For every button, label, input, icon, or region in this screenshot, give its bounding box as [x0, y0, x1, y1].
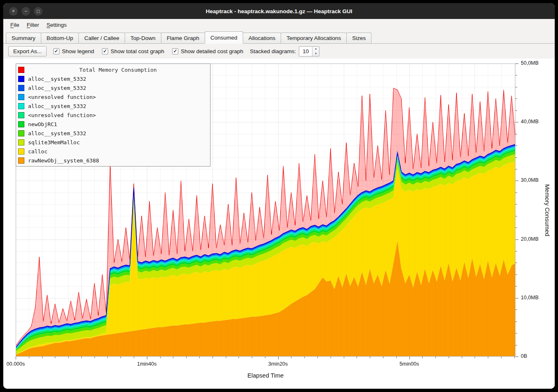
legend-swatch: [18, 112, 24, 118]
tabbar: SummaryBottom-UpCaller / CalleeTop-DownF…: [3, 31, 555, 44]
legend-swatch: [18, 94, 24, 100]
app-window: × − □ Heaptrack - heaptrack.wakunode.1.g…: [3, 3, 555, 389]
tab-bottom-up[interactable]: Bottom-Up: [41, 33, 79, 43]
legend-swatch: [18, 85, 24, 91]
tab-flame-graph[interactable]: Flame Graph: [161, 33, 205, 43]
legend-swatch: [18, 130, 24, 136]
legend-total-swatch: [18, 67, 24, 73]
tab-top-down[interactable]: Top-Down: [125, 33, 161, 43]
checkbox-show-detailed-cost-graph[interactable]: ✓Show detailed cost graph: [172, 48, 244, 54]
window-title: Heaptrack - heaptrack.wakunode.1.gz — He…: [3, 8, 555, 14]
legend-item: <unresolved function>: [18, 110, 208, 120]
legend-label: rawNewObj__system_6388: [28, 157, 99, 164]
legend-item: alloc__system_5332: [18, 129, 208, 138]
legend-title-row: Total Memory Consumption: [18, 65, 208, 74]
legend-item: <unresolved function>: [18, 92, 208, 101]
window-controls: × − □: [9, 7, 43, 16]
legend-swatch: [18, 103, 24, 109]
legend-label: newObjRC1: [28, 121, 57, 127]
legend-item: newObjRC1: [18, 120, 208, 129]
stacked-diagrams-label: Stacked diagrams:: [250, 48, 296, 54]
legend-label: <unresolved function>: [28, 94, 96, 100]
chart-legend: Total Memory Consumption alloc__system_5…: [16, 63, 210, 167]
close-icon[interactable]: ×: [9, 7, 18, 16]
checkbox-group: ✓Show legend✓Show total cost graph✓Show …: [53, 48, 244, 54]
legend-swatch: [18, 76, 24, 82]
x-axis-title: Elapsed Time: [248, 372, 284, 379]
checkbox-label: Show total cost graph: [111, 48, 164, 54]
menu-settings[interactable]: Settings: [43, 20, 71, 30]
titlebar: × − □ Heaptrack - heaptrack.wakunode.1.g…: [3, 3, 555, 19]
legend-swatch: [18, 157, 24, 164]
checkmark-icon[interactable]: ✓: [53, 48, 59, 54]
stacked-diagrams-spinbox[interactable]: 10 ▴ ▾: [299, 46, 319, 56]
legend-label: calloc: [28, 148, 47, 155]
checkbox-label: Show legend: [62, 48, 94, 54]
legend-label: alloc__system_5332: [28, 130, 86, 136]
toolbar: Export As... ✓Show legend✓Show total cos…: [3, 44, 555, 59]
maximize-icon[interactable]: □: [34, 7, 43, 16]
chart-area: 00.000s1min40s3min20s5min00s50,0MB40,0MB…: [3, 59, 555, 389]
checkbox-show-legend[interactable]: ✓Show legend: [53, 48, 94, 54]
checkbox-show-total-cost-graph[interactable]: ✓Show total cost graph: [102, 48, 164, 54]
legend-item: alloc__system_5332: [18, 101, 208, 110]
spin-down-icon[interactable]: ▾: [312, 51, 319, 56]
stacked-diagrams-control: Stacked diagrams: 10 ▴ ▾: [250, 46, 320, 56]
y-axis-title: Memory Consumed: [544, 184, 551, 236]
export-as-button[interactable]: Export As...: [8, 46, 47, 56]
tab-allocations[interactable]: Allocations: [243, 33, 281, 43]
menu-filter[interactable]: Filter: [23, 20, 43, 30]
legend-title: Total Memory Consumption: [28, 67, 208, 73]
tab-caller-callee[interactable]: Caller / Callee: [78, 33, 125, 43]
legend-label: sqlite3MemMalloc: [28, 139, 80, 146]
legend-swatch: [18, 148, 24, 155]
legend-item: sqlite3MemMalloc: [18, 138, 208, 147]
checkmark-icon[interactable]: ✓: [102, 48, 108, 54]
checkmark-icon[interactable]: ✓: [172, 48, 178, 54]
legend-swatch: [18, 121, 24, 127]
menu-file[interactable]: File: [7, 20, 23, 30]
tab-consumed[interactable]: Consumed: [205, 31, 243, 44]
legend-label: alloc__system_5332: [28, 103, 86, 109]
tab-temporary-allocations[interactable]: Temporary Allocations: [281, 33, 347, 43]
checkbox-label: Show detailed cost graph: [181, 48, 244, 54]
tab-sizes[interactable]: Sizes: [346, 33, 371, 43]
legend-item: calloc: [18, 147, 208, 156]
minimize-icon[interactable]: −: [21, 7, 30, 16]
tab-summary[interactable]: Summary: [6, 33, 41, 43]
legend-items: alloc__system_5332alloc__system_5332<unr…: [18, 74, 208, 165]
legend-label: alloc__system_5332: [28, 76, 86, 82]
legend-swatch: [18, 139, 24, 146]
spin-up-icon[interactable]: ▴: [312, 47, 319, 52]
legend-item: rawNewObj__system_6388: [18, 156, 208, 165]
spinner-arrows[interactable]: ▴ ▾: [312, 47, 319, 56]
menubar: FileFilterSettings: [3, 19, 555, 31]
legend-item: alloc__system_5332: [18, 83, 208, 92]
legend-label: alloc__system_5332: [28, 85, 86, 91]
legend-label: <unresolved function>: [28, 112, 96, 118]
stacked-diagrams-value[interactable]: 10: [299, 47, 312, 56]
legend-item: alloc__system_5332: [18, 74, 208, 83]
